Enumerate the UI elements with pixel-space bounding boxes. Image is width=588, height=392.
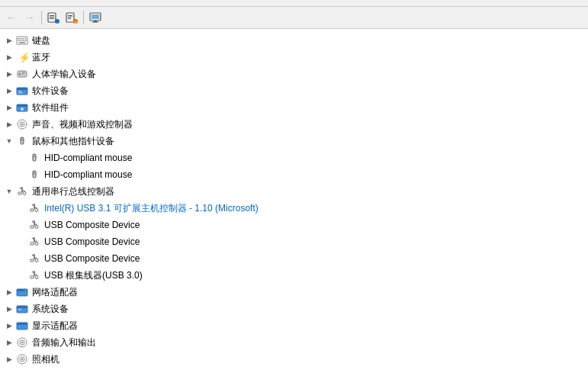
tree-panel[interactable]: 键盘⚡蓝牙人体学输入设备软件设备软件组件声音、视频和游戏控制器鼠标和其他指针设备… bbox=[0, 29, 588, 392]
tree-item-bluetooth[interactable]: ⚡蓝牙 bbox=[0, 49, 588, 66]
tree-label-usb-hub: USB 根集线器(USB 3.0) bbox=[44, 269, 143, 282]
svg-point-35 bbox=[21, 108, 24, 111]
svg-rect-20 bbox=[21, 40, 22, 42]
tree-item-keyboard[interactable]: 键盘 bbox=[0, 32, 588, 49]
back-button[interactable]: ← bbox=[3, 9, 20, 26]
svg-point-26 bbox=[19, 73, 21, 76]
svg-rect-11 bbox=[92, 14, 99, 19]
tree-item-system[interactable]: 系统设备 bbox=[0, 300, 588, 317]
tree-label-mouse-folder: 鼠标和其他指针设备 bbox=[32, 135, 114, 148]
camera-icon bbox=[15, 353, 29, 365]
menu-file[interactable] bbox=[3, 2, 12, 5]
toolbar: ← → i ? bbox=[0, 7, 588, 29]
svg-point-41 bbox=[21, 142, 23, 143]
tree-item-usb-hub[interactable]: USB 根集线器(USB 3.0) bbox=[0, 267, 588, 284]
svg-rect-17 bbox=[23, 38, 24, 40]
expander-usb-composite1 bbox=[15, 219, 27, 231]
svg-rect-21 bbox=[23, 40, 24, 42]
svg-rect-27 bbox=[22, 72, 25, 73]
network-icon bbox=[15, 286, 29, 298]
svg-rect-30 bbox=[17, 88, 27, 90]
tree-item-usb-composite1[interactable]: USB Composite Device bbox=[0, 217, 588, 233]
system-icon bbox=[15, 303, 29, 315]
properties-button[interactable]: i bbox=[45, 9, 62, 26]
svg-point-86 bbox=[25, 290, 27, 291]
svg-rect-34 bbox=[17, 104, 27, 107]
svg-rect-13 bbox=[92, 22, 98, 23]
tree-item-sound[interactable]: 声音、视频和游戏控制器 bbox=[0, 116, 588, 133]
expander-hid-mouse1 bbox=[15, 152, 27, 164]
expander-usb-controllers bbox=[3, 185, 15, 198]
menu-help[interactable] bbox=[49, 2, 58, 5]
expander-software-components bbox=[3, 101, 15, 114]
svg-rect-16 bbox=[21, 38, 22, 40]
software-icon bbox=[15, 85, 29, 97]
usb-folder-icon bbox=[15, 185, 29, 198]
tree-item-software-components[interactable]: 软件组件 bbox=[0, 99, 588, 116]
tree-label-audio-io: 音频输入和输出 bbox=[32, 336, 96, 349]
tree-item-hid[interactable]: 人体学输入设备 bbox=[0, 66, 588, 82]
tree-item-display[interactable]: 显示适配器 bbox=[0, 317, 588, 334]
tree-label-keyboard: 键盘 bbox=[32, 34, 50, 47]
tree-label-hid: 人体学输入设备 bbox=[32, 68, 96, 81]
svg-rect-56 bbox=[31, 209, 34, 211]
tree-label-usb-composite1: USB Composite Device bbox=[44, 220, 140, 230]
tree-item-usb-composite2[interactable]: USB Composite Device bbox=[0, 233, 588, 250]
svg-rect-22 bbox=[25, 40, 27, 42]
tree-item-mouse-folder[interactable]: 鼠标和其他指针设备 bbox=[0, 133, 588, 149]
expander-keyboard bbox=[3, 34, 15, 47]
tree-item-software-devices[interactable]: 软件设备 bbox=[0, 82, 588, 99]
usb-icon bbox=[27, 219, 41, 231]
usb-icon bbox=[27, 252, 41, 265]
svg-rect-50 bbox=[18, 192, 21, 194]
svg-rect-89 bbox=[18, 310, 21, 310]
svg-point-44 bbox=[34, 159, 35, 160]
tree-label-hid-mouse2: HID-compliant mouse bbox=[44, 169, 132, 180]
svg-rect-91 bbox=[17, 323, 27, 325]
svg-rect-18 bbox=[25, 38, 27, 40]
tree-label-system: 系统设备 bbox=[32, 303, 69, 316]
svg-text:i: i bbox=[56, 21, 57, 24]
svg-rect-68 bbox=[31, 243, 34, 245]
monitor-button[interactable] bbox=[87, 9, 104, 26]
toolbar-sep1 bbox=[41, 11, 42, 24]
bluetooth-icon: ⚡ bbox=[15, 51, 29, 63]
tree-item-audio-io[interactable]: 音频输入和输出 bbox=[0, 334, 588, 351]
svg-point-51 bbox=[23, 192, 26, 195]
svg-rect-80 bbox=[31, 276, 34, 278]
mouse-icon bbox=[27, 169, 41, 181]
mouse-folder-icon bbox=[15, 135, 29, 147]
menu-action[interactable] bbox=[18, 2, 27, 5]
svg-point-69 bbox=[35, 243, 38, 246]
keyboard-icon bbox=[15, 34, 29, 47]
component-icon bbox=[15, 101, 29, 114]
svg-rect-7 bbox=[68, 18, 71, 19]
expander-display bbox=[3, 320, 15, 332]
svg-point-97 bbox=[21, 358, 23, 360]
expander-sound bbox=[3, 118, 15, 130]
tree-item-usb-composite3[interactable]: USB Composite Device bbox=[0, 250, 588, 267]
tree-item-hid-mouse2[interactable]: HID-compliant mouse bbox=[0, 166, 588, 183]
expander-intel-usb bbox=[15, 202, 27, 214]
svg-rect-32 bbox=[18, 93, 23, 94]
tree-item-camera[interactable]: 照相机 bbox=[0, 351, 588, 368]
menu-view[interactable] bbox=[34, 2, 43, 5]
tree-label-camera: 照相机 bbox=[32, 353, 59, 366]
tree-item-hid-mouse1[interactable]: HID-compliant mouse bbox=[0, 149, 588, 166]
tree-label-network: 网络适配器 bbox=[32, 286, 78, 299]
expander-usb-hub bbox=[15, 269, 27, 281]
help-button[interactable]: ? bbox=[63, 9, 80, 26]
svg-point-57 bbox=[35, 209, 38, 212]
audio-icon bbox=[15, 336, 29, 349]
tree-item-intel-usb[interactable]: Intel(R) USB 3.1 可扩展主机控制器 - 1.10 (Micros… bbox=[0, 200, 588, 217]
tree-item-usb-controllers[interactable]: 通用串行总线控制器 bbox=[0, 183, 588, 200]
svg-rect-88 bbox=[17, 306, 27, 308]
expander-network bbox=[3, 286, 15, 298]
display-icon bbox=[15, 320, 29, 332]
tree-item-network[interactable]: 网络适配器 bbox=[0, 284, 588, 300]
svg-rect-1 bbox=[50, 15, 54, 17]
hid-icon bbox=[15, 68, 29, 80]
forward-button[interactable]: → bbox=[21, 9, 38, 26]
svg-point-63 bbox=[35, 226, 38, 229]
expander-software-devices bbox=[3, 85, 15, 97]
